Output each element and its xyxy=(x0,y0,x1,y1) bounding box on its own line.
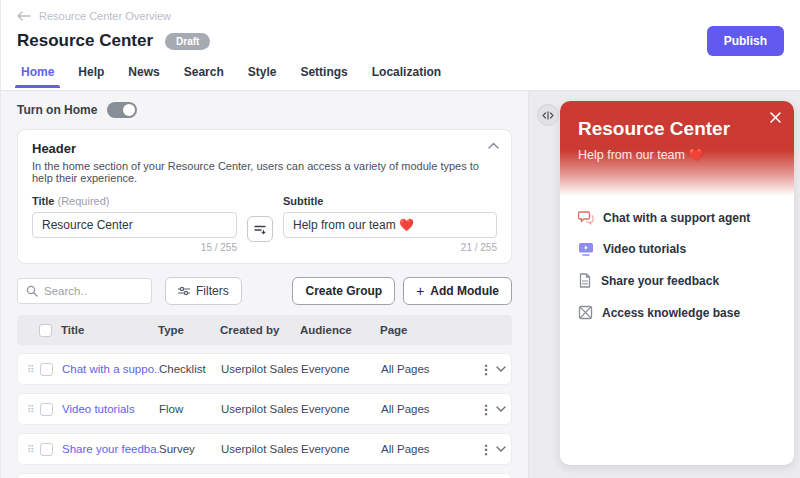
column-created-by: Created by xyxy=(220,324,300,336)
preview-title: Resource Center xyxy=(578,118,776,140)
preview-item-label: Chat with a support agent xyxy=(603,211,750,225)
preview-item-feedback[interactable]: Share your feedback xyxy=(578,273,776,288)
plus-icon: + xyxy=(416,283,424,299)
back-arrow-icon xyxy=(17,11,31,21)
row-checkbox[interactable] xyxy=(40,403,53,416)
subtitle-char-counter: 21 / 255 xyxy=(283,242,497,253)
page-title: Resource Center xyxy=(17,31,153,51)
module-created-by: Userpilot Sales xyxy=(221,363,301,375)
module-type: Checklist xyxy=(159,363,221,375)
row-expand-chevron-icon[interactable] xyxy=(496,446,515,452)
module-type: Flow xyxy=(159,403,221,415)
column-title: Title xyxy=(61,324,158,336)
module-title-link[interactable]: Share your feedba... xyxy=(62,443,159,455)
module-audience: Everyone xyxy=(301,363,381,375)
search-icon xyxy=(26,285,38,297)
drag-handle-icon[interactable]: ⠿ xyxy=(27,407,36,412)
collapse-chevron-up-icon[interactable] xyxy=(488,142,499,149)
tab-settings[interactable]: Settings xyxy=(300,65,347,88)
publish-button[interactable]: Publish xyxy=(707,26,784,56)
module-page: All Pages xyxy=(381,443,476,455)
preview-item-label: Access knowledge base xyxy=(602,306,740,320)
preview-item-chat[interactable]: Chat with a support agent xyxy=(578,210,776,225)
filters-icon xyxy=(178,286,190,296)
text-lines-icon xyxy=(254,224,266,235)
row-expand-chevron-icon[interactable] xyxy=(496,366,515,372)
preview-header: Resource Center Help from our team ❤️ xyxy=(560,101,794,196)
module-page: All Pages xyxy=(381,363,476,375)
module-page: All Pages xyxy=(381,403,476,415)
resize-arrows-icon xyxy=(542,111,554,120)
module-title-link[interactable]: Chat with a suppo... xyxy=(62,363,159,375)
subtitle-input[interactable] xyxy=(283,212,497,238)
column-page: Page xyxy=(380,324,475,336)
turn-on-home-toggle[interactable] xyxy=(107,102,137,118)
module-search xyxy=(17,278,152,304)
preview-item-label: Share your feedback xyxy=(601,274,719,288)
drag-handle-icon[interactable]: ⠿ xyxy=(27,367,36,372)
preview-item-video[interactable]: Video tutorials xyxy=(578,242,776,256)
preview-item-knowledge[interactable]: Access knowledge base xyxy=(578,305,776,320)
breadcrumb-label: Resource Center Overview xyxy=(39,10,171,22)
row-menu-icon[interactable]: ⋮ xyxy=(476,362,496,377)
preview-area: Resource Center Help from our team ❤️ Ch… xyxy=(529,91,800,478)
table-row: ⠿ Share your feedba... Survey Userpilot … xyxy=(17,433,512,465)
chat-icon xyxy=(578,210,594,225)
title-input[interactable] xyxy=(32,212,237,238)
video-icon xyxy=(578,242,594,256)
table-row: ⠿ Video tutorials Flow Userpilot Sales E… xyxy=(17,393,512,425)
tab-help[interactable]: Help xyxy=(78,65,104,88)
turn-on-home-label: Turn on Home xyxy=(17,103,97,117)
select-all-checkbox[interactable] xyxy=(39,324,52,337)
add-module-button[interactable]: + Add Module xyxy=(403,277,512,305)
preview-subtitle: Help from our team ❤️ xyxy=(578,147,776,162)
tab-localization[interactable]: Localization xyxy=(372,65,441,88)
tab-style[interactable]: Style xyxy=(248,65,277,88)
row-checkbox[interactable] xyxy=(40,363,53,376)
resource-center-preview: Resource Center Help from our team ❤️ Ch… xyxy=(560,101,794,465)
status-badge: Draft xyxy=(165,33,210,50)
module-created-by: Userpilot Sales xyxy=(221,443,301,455)
tab-news[interactable]: News xyxy=(128,65,159,88)
module-type: Survey xyxy=(159,443,221,455)
module-created-by: Userpilot Sales xyxy=(221,403,301,415)
document-icon xyxy=(578,273,592,288)
add-module-label: Add Module xyxy=(430,284,499,298)
table-row: ⠿ Access knowledge ... Link Userpilot Sa… xyxy=(17,473,512,478)
row-menu-icon[interactable]: ⋮ xyxy=(476,402,496,417)
row-checkbox[interactable] xyxy=(40,443,53,456)
tab-search[interactable]: Search xyxy=(184,65,224,88)
module-audience: Everyone xyxy=(301,443,381,455)
create-group-button[interactable]: Create Group xyxy=(292,277,395,305)
drag-handle-icon[interactable]: ⠿ xyxy=(27,447,36,452)
title-field-label: Title xyxy=(32,195,54,207)
close-icon[interactable] xyxy=(769,111,782,124)
filters-button[interactable]: Filters xyxy=(165,277,242,305)
title-required-hint: (Required) xyxy=(57,195,109,207)
top-header: Resource Center Overview Resource Center… xyxy=(0,0,800,90)
text-format-button[interactable] xyxy=(247,216,273,242)
row-menu-icon[interactable]: ⋮ xyxy=(476,442,496,457)
header-card-title: Header xyxy=(32,141,497,156)
header-card: Header In the home section of your Resou… xyxy=(17,129,512,264)
resize-handle[interactable] xyxy=(537,104,559,126)
table-row: ⠿ Chat with a suppo... Checklist Userpil… xyxy=(17,353,512,385)
preview-item-label: Video tutorials xyxy=(603,242,686,256)
column-type: Type xyxy=(158,324,220,336)
breadcrumb[interactable]: Resource Center Overview xyxy=(17,10,784,22)
grid-icon xyxy=(578,305,593,320)
search-input[interactable] xyxy=(44,285,134,297)
row-expand-chevron-icon[interactable] xyxy=(496,406,515,412)
editor-panel: Turn on Home Header In the home section … xyxy=(0,91,529,478)
title-char-counter: 15 / 255 xyxy=(32,242,237,253)
module-title-link[interactable]: Video tutorials xyxy=(62,403,159,415)
filters-label: Filters xyxy=(196,284,229,298)
preview-module-list: Chat with a support agent Video tutorial… xyxy=(560,196,794,351)
table-header: Title Type Created by Audience Page xyxy=(17,315,512,345)
tab-home[interactable]: Home xyxy=(21,65,54,88)
tab-bar: Home Help News Search Style Settings Loc… xyxy=(17,65,784,88)
module-audience: Everyone xyxy=(301,403,381,415)
header-card-description: In the home section of your Resource Cen… xyxy=(32,160,497,184)
column-audience: Audience xyxy=(300,324,380,336)
subtitle-field-label: Subtitle xyxy=(283,195,497,207)
